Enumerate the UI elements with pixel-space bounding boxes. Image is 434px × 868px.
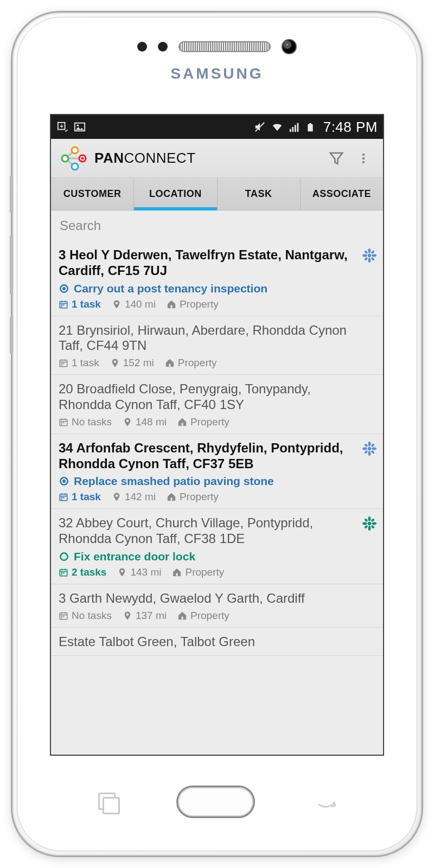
svg-point-77	[364, 450, 368, 454]
search-bar	[51, 210, 383, 241]
svg-rect-103	[63, 616, 64, 617]
tab-task[interactable]: TASK	[218, 178, 301, 210]
task-status-icon	[59, 283, 69, 294]
task-name: Replace smashed patio paving stone	[74, 475, 274, 488]
svg-point-60	[62, 480, 66, 483]
app-title: PANCONNECT	[94, 150, 196, 167]
recent-apps-button[interactable]	[98, 793, 117, 811]
item-meta: 1 task142 miProperty	[59, 491, 375, 503]
tab-location[interactable]: LOCATION	[134, 178, 217, 210]
task-count: No tasks	[59, 416, 112, 428]
distance: 142 mi	[112, 491, 156, 503]
svg-rect-85	[63, 572, 64, 573]
svg-point-70	[368, 447, 372, 451]
svg-point-94	[364, 518, 368, 522]
download-complete-icon	[56, 121, 68, 133]
location-item[interactable]: 3 Heol Y Dderwen, Tawelfryn Estate, Nant…	[51, 241, 383, 316]
task-count: 1 task	[59, 357, 99, 369]
svg-point-34	[368, 258, 371, 263]
phone-nav-bar	[17, 777, 417, 826]
calendar-icon	[59, 567, 68, 577]
item-meta: 1 task152 miProperty	[59, 357, 375, 369]
svg-rect-102	[61, 616, 62, 617]
search-input[interactable]	[60, 218, 374, 233]
pin-icon	[112, 492, 122, 502]
svg-rect-84	[61, 572, 62, 573]
kebab-icon	[357, 150, 370, 167]
task-count: No tasks	[59, 610, 112, 622]
home-icon	[177, 611, 187, 621]
tab-associate[interactable]: ASSOCIATE	[301, 178, 383, 210]
location-item[interactable]: Estate Talbot Green, Talbot Green	[51, 628, 383, 656]
primary-task: Carry out a post tenancy inspection	[59, 282, 375, 295]
svg-point-14	[62, 155, 68, 162]
pin-icon	[117, 567, 127, 577]
svg-rect-67	[61, 499, 62, 500]
task-count: 1 task	[59, 491, 101, 503]
svg-point-40	[371, 257, 375, 261]
task-name: Fix entrance door lock	[74, 550, 195, 563]
mute-icon	[254, 121, 266, 133]
filter-button[interactable]	[324, 146, 348, 170]
starred-icon	[362, 248, 376, 265]
battery-icon	[306, 121, 318, 133]
home-icon	[167, 492, 176, 502]
distance: 140 mi	[112, 298, 156, 310]
location-list[interactable]: 3 Heol Y Dderwen, Tawelfryn Estate, Nant…	[51, 241, 383, 755]
svg-rect-5	[292, 127, 293, 132]
location-item[interactable]: 3 Garth Newydd, Gwaelod Y Garth, Cardiff…	[51, 584, 383, 628]
phone-side-button	[10, 175, 13, 213]
svg-rect-8	[308, 124, 312, 131]
svg-point-90	[368, 516, 371, 521]
home-icon	[172, 567, 182, 577]
pin-icon	[110, 358, 120, 368]
home-button[interactable]	[176, 786, 255, 818]
overflow-menu-button[interactable]	[352, 146, 375, 170]
starred-icon	[362, 516, 376, 533]
pin-icon	[123, 611, 132, 621]
location-item[interactable]: 34 Arfonfab Crescent, Rhydyfelin, Pontyp…	[51, 434, 383, 509]
svg-point-95	[371, 518, 375, 522]
home-icon	[177, 417, 187, 427]
svg-point-79	[60, 553, 67, 560]
svg-rect-9	[309, 123, 311, 124]
svg-point-38	[371, 250, 375, 254]
svg-point-89	[368, 522, 372, 526]
location-item[interactable]: 20 Broadfield Close, Penygraig, Tonypand…	[51, 375, 383, 434]
home-icon	[167, 299, 176, 309]
svg-point-37	[364, 250, 368, 254]
svg-rect-58	[181, 423, 183, 425]
svg-point-71	[368, 442, 371, 446]
calendar-icon	[59, 492, 68, 502]
pin-icon	[112, 299, 122, 309]
front-camera-icon	[282, 39, 297, 54]
location-item[interactable]: 21 Brynsiriol, Hirwaun, Aberdare, Rhondd…	[51, 316, 383, 375]
svg-rect-54	[61, 422, 62, 423]
svg-rect-4	[290, 129, 291, 132]
wifi-icon	[271, 121, 283, 133]
pin-icon	[123, 417, 132, 427]
phone-top-hardware: SAMSUNG	[17, 39, 417, 88]
task-status-icon	[59, 476, 69, 487]
svg-rect-47	[61, 365, 62, 366]
phone-frame: SAMSUNG	[11, 11, 423, 857]
type: Property	[165, 357, 217, 369]
back-button[interactable]	[315, 794, 336, 810]
svg-rect-66	[63, 497, 64, 498]
tab-bar: CUSTOMERLOCATIONTASKASSOCIATE	[51, 178, 383, 210]
phone-side-button-2	[10, 316, 13, 354]
svg-rect-46	[63, 363, 64, 364]
type: Property	[167, 298, 219, 310]
location-item[interactable]: 32 Abbey Court, Church Village, Pontypri…	[51, 509, 383, 584]
address-text: 21 Brynsiriol, Hirwaun, Aberdare, Rhondd…	[59, 323, 375, 354]
svg-rect-45	[61, 363, 62, 364]
task-name: Carry out a post tenancy inspection	[74, 282, 267, 295]
tab-customer[interactable]: CUSTOMER	[51, 178, 134, 210]
svg-point-2	[77, 124, 79, 126]
task-count: 2 tasks	[59, 566, 106, 578]
svg-point-36	[372, 254, 376, 257]
item-meta: 2 tasks143 miProperty	[59, 566, 375, 578]
device-brand: SAMSUNG	[170, 65, 263, 82]
item-meta: 1 task140 miProperty	[59, 298, 375, 310]
funnel-icon	[328, 150, 344, 167]
